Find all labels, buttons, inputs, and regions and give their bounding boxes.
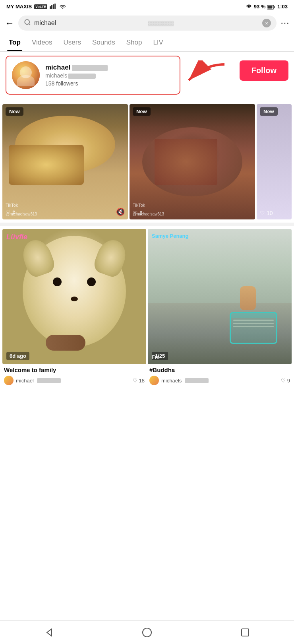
- video-thumb-1[interactable]: New TikTok @michaelsaw313 ♡5 🔇: [2, 104, 128, 219]
- svg-marker-10: [47, 629, 52, 636]
- mini-avatar-1: [4, 376, 14, 385]
- post-card-1[interactable]: Lüvfie 6d ago Welcome to family michael …: [2, 229, 146, 388]
- author-name-1: michael: [16, 378, 34, 384]
- follow-button-container: Follow: [240, 60, 288, 81]
- like-count-1: ♡5: [6, 209, 15, 215]
- new-badge-3: New: [260, 107, 278, 116]
- post-time-ago-1: 6d ago: [6, 352, 29, 360]
- svg-rect-12: [242, 629, 249, 636]
- svg-point-11: [143, 628, 151, 637]
- search-bar-row: ← michael ▒▒▒▒▒▒▒ × ⋯: [0, 12, 294, 34]
- mute-icon-1[interactable]: 🔇: [116, 208, 125, 216]
- post-author-row-2: michaels ♡9: [149, 376, 290, 385]
- tab-live[interactable]: LIV: [147, 34, 169, 51]
- tab-users[interactable]: Users: [58, 34, 87, 51]
- tab-shop[interactable]: Shop: [121, 34, 148, 51]
- like-count-3: ♡10: [260, 210, 273, 216]
- svg-rect-3: [54, 4, 56, 9]
- clear-search-button[interactable]: ×: [262, 19, 271, 27]
- user-handle: michaels: [45, 72, 108, 79]
- user-name: michael: [45, 64, 108, 72]
- new-badge-2: New: [133, 107, 151, 116]
- svg-rect-2: [53, 4, 54, 9]
- svg-rect-0: [50, 6, 51, 9]
- posts-row: Lüvfie 6d ago Welcome to family michael …: [0, 227, 294, 389]
- video-footer-2: ♡3: [133, 210, 252, 216]
- user-result-section: michael michaels 158 followers Follow: [0, 52, 294, 103]
- status-bar: MY MAXIS VoLTE 👁 93 % 1:03: [0, 0, 294, 12]
- video-thumb-2[interactable]: New TikTok @michaelsaw313 ♡3: [130, 104, 255, 219]
- svg-line-8: [29, 23, 30, 25]
- nav-home-button[interactable]: [137, 623, 157, 642]
- like-meta-2: ♡9: [281, 378, 290, 384]
- search-box[interactable]: michael ▒▒▒▒▒▒▒ ×: [18, 16, 277, 31]
- user-info: michael michaels 158 followers: [45, 64, 108, 87]
- signal-icon: [50, 3, 57, 10]
- mini-avatar-2: [149, 376, 159, 385]
- post-meta-1: Welcome to family michael ♡18: [2, 364, 146, 388]
- search-input-text[interactable]: michael: [34, 19, 145, 27]
- luvfie-label: Lüvfie: [6, 233, 27, 241]
- nav-recents-button[interactable]: [235, 623, 255, 642]
- new-badge-1: New: [6, 107, 23, 116]
- video-footer-3: ♡10: [260, 210, 288, 216]
- tabs-row: Top Videos Users Sounds Shop LIV: [0, 34, 294, 52]
- tiktok-logo-2: TikTok: [133, 203, 145, 208]
- eye-icon: 👁: [246, 4, 251, 10]
- user-card[interactable]: michael michaels 158 followers: [6, 56, 180, 95]
- carrier-label: MY MAXIS: [6, 4, 32, 10]
- section-separator: [0, 223, 294, 226]
- status-left: MY MAXIS VoLTE: [6, 3, 66, 10]
- post-title-1: Welcome to family: [4, 367, 145, 373]
- status-right: 👁 93 % 1:03: [246, 4, 288, 10]
- tab-top[interactable]: Top: [3, 34, 26, 51]
- post-thumb-1: Lüvfie 6d ago: [2, 229, 146, 364]
- tiktok-logo-1: TikTok: [6, 203, 18, 208]
- videos-row: New TikTok @michaelsaw313 ♡5 🔇 New TikTo…: [0, 103, 294, 221]
- tab-videos[interactable]: Videos: [26, 34, 58, 51]
- back-button[interactable]: ←: [5, 17, 14, 29]
- video-footer-1: ♡5 🔇: [6, 208, 125, 216]
- arrow-annotation: [181, 60, 228, 94]
- battery-label: 93 %: [254, 4, 275, 10]
- nav-bar: [0, 620, 294, 644]
- volte-badge: VoLTE: [34, 4, 47, 9]
- like-meta-1: ♡18: [133, 378, 145, 384]
- post-meta-2: #Buddha michaels ♡9: [148, 364, 292, 388]
- wifi-icon: [59, 3, 66, 10]
- svg-rect-1: [51, 5, 52, 9]
- avatar: [12, 61, 40, 89]
- search-icon: [24, 19, 31, 27]
- svg-rect-6: [267, 6, 272, 8]
- svg-rect-5: [274, 6, 275, 8]
- post-title-2: #Buddha: [149, 367, 290, 373]
- tab-sounds[interactable]: Sounds: [87, 34, 121, 51]
- nav-back-button[interactable]: [39, 623, 59, 642]
- svg-point-7: [25, 19, 29, 24]
- author-name-2: michaels: [161, 378, 182, 384]
- post-author-row-1: michael ♡18: [4, 376, 145, 385]
- like-count-2: ♡3: [133, 210, 143, 216]
- samye-label: Samye Penang: [152, 233, 189, 239]
- follow-button[interactable]: Follow: [240, 60, 288, 81]
- video-thumb-3[interactable]: New ♡10: [257, 104, 292, 219]
- post-card-2[interactable]: Samye Penang 1/25 Fro #Buddha michaels ♡…: [148, 229, 292, 388]
- time-label: 1:03: [277, 4, 288, 10]
- post-thumb-2: Samye Penang 1/25 Fro: [148, 229, 292, 364]
- fro-label: Fro: [152, 354, 160, 360]
- more-options-button[interactable]: ⋯: [280, 18, 289, 28]
- user-followers-count: 158 followers: [45, 80, 108, 87]
